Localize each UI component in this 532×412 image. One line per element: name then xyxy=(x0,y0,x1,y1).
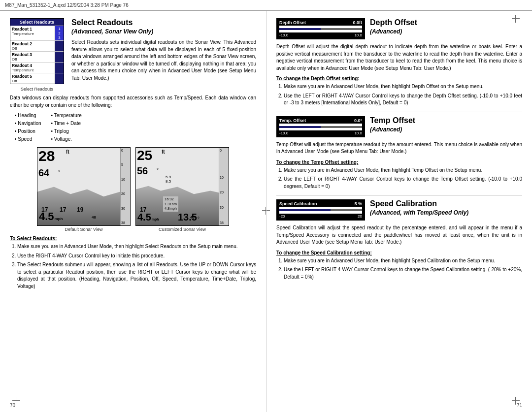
depth-offset-title: Depth Offset xyxy=(370,18,417,27)
step-2: Use the RIGHT 4-WAY Cursor Control key t… xyxy=(17,253,256,260)
default-sonar-label: Default Sonar View xyxy=(65,227,103,232)
bullet-heading: Heading xyxy=(15,112,41,120)
bullet-navigation: Navigation xyxy=(15,120,41,127)
panel-header: Select Readouts xyxy=(10,19,64,26)
select-readouts-panel: Select Readouts Readout 1 Temperature 12… xyxy=(10,18,64,84)
step-1: Make sure you are in Advanced User Mode,… xyxy=(17,243,256,251)
row-indicator-1: 123 xyxy=(55,26,64,40)
temp-offset-body: Temp Offset will adjust the temperature … xyxy=(276,141,522,156)
depth-widget-value: 0.0ft xyxy=(353,20,362,25)
depth-offset-widget: Depth Offset 0.0ft -10.0 10.0 xyxy=(276,18,365,41)
depth-scale-2: 0 10 20 30 38 xyxy=(219,148,229,225)
temp-offset-title: Temp Offset xyxy=(370,116,415,125)
speed-widget-value: 5 % xyxy=(354,201,362,206)
section-divider-2 xyxy=(276,195,522,195)
temp-slider-row[interactable] xyxy=(279,124,362,130)
speed-calibration-subtitle: (Advanced, with Temp/Speed Only) xyxy=(370,209,468,216)
readout-row-2: Readout 2 Off xyxy=(10,40,64,51)
data-windows-intro: Data windows can display readouts from s… xyxy=(10,95,256,109)
default-sonar-container: 28 ft 64 ° 0 5 10 20 30 38 17 17 19 4.5 xyxy=(37,147,131,232)
bullet-col-right: Temperature Time + Date Triplog Voltage. xyxy=(51,112,82,143)
temp-widget-label: Temp. Offset xyxy=(279,118,306,123)
temp-widget-value: 0.0° xyxy=(354,118,362,123)
scale-40-2: 40 xyxy=(190,215,195,220)
row-indicator-4 xyxy=(55,63,64,73)
readout-row-5: Readout 5 Off xyxy=(10,73,64,84)
bullet-position: Position xyxy=(15,127,41,135)
temp-max-label: 10.0 xyxy=(354,131,362,135)
panel-label: Select Readouts xyxy=(10,87,64,92)
deg-unit-2: ° xyxy=(198,216,200,222)
bullet-temperature: Temperature xyxy=(51,112,82,120)
depth-offset-subtitle: (Advanced) xyxy=(370,28,417,35)
speed-min-label: -20 xyxy=(279,214,285,219)
row-indicator-2 xyxy=(55,41,64,51)
temp-step-1: Make sure you are in Advanced User Mode,… xyxy=(284,167,522,174)
depth-min-label: -10.0 xyxy=(279,33,288,37)
temp-reading-1: 64 xyxy=(38,167,49,179)
page-number-left: 70 xyxy=(10,403,15,408)
header-text: M87_Man_531352-1_A.qxd 12/9/2004 3:28 PM… xyxy=(5,2,129,8)
header-bar: M87_Man_531352-1_A.qxd 12/9/2004 3:28 PM… xyxy=(0,0,532,11)
speed-reading-2a: 4.5 xyxy=(137,212,151,223)
depth-reading-2: 25 xyxy=(137,149,152,162)
speed-slider-row[interactable] xyxy=(279,207,362,214)
depth-max-label: 10.0 xyxy=(354,33,362,37)
readout-row-4: Readout 4 Temperature xyxy=(10,62,64,73)
select-readouts-steps: Make sure you are in Advanced User Mode,… xyxy=(10,243,256,290)
sonar-extra-data: 16:321.31nm4.8mph xyxy=(163,196,178,212)
page-number-right: 71 xyxy=(517,403,522,408)
temp-step-2: Use the LEFT or RIGHT 4-WAY Cursor Contr… xyxy=(284,176,522,190)
sonar-coords: 5.98.5 xyxy=(166,175,171,184)
speed-widget-label: Speed Calibration xyxy=(279,201,317,206)
bullet-time-date: Time + Date xyxy=(51,120,82,127)
depth-ft-2: ft xyxy=(162,149,165,155)
depth-ft-1: ft xyxy=(66,149,69,155)
temp-offset-section: Temp. Offset 0.0° -10.0 10.0 Temp Offset xyxy=(276,116,522,190)
bullet-voltage: Voltage. xyxy=(51,135,82,143)
step-3: The Select Readouts submenu will appear,… xyxy=(17,261,256,290)
scale-40-1: 40 xyxy=(92,215,96,220)
speed-calibration-widget: Speed Calibration 5 % -20 20 xyxy=(276,199,365,222)
depth-scale-1: 0 5 10 20 30 38 xyxy=(120,148,130,225)
depth-slider-row[interactable] xyxy=(279,26,362,32)
readout-row-1: Readout 1 Temperature 123 xyxy=(10,26,64,40)
speed-step-1: Make sure you are in Advanced User Mode,… xyxy=(284,257,522,265)
temp-min-label: -10.0 xyxy=(279,131,288,135)
row-indicator-3 xyxy=(55,52,64,62)
speed-unit-1: mph xyxy=(55,217,63,221)
section-title: Select Readouts xyxy=(71,18,256,27)
customized-sonar-view: 25 ft 56 ° 0 10 20 30 38 5.98.5 16:321.3… xyxy=(135,147,229,226)
speed-calibration-section: Speed Calibration 5 % -20 20 Speed Calib… xyxy=(276,199,522,281)
left-page: Select Readouts Readout 1 Temperature 12… xyxy=(0,11,266,412)
temp-unit-2: ° xyxy=(157,167,159,173)
speed-calibration-steps: Make sure you are in Advanced User Mode,… xyxy=(276,257,522,281)
temp-offset-instr-heading: To change the Temp Offset setting: xyxy=(276,159,522,165)
depth-offset-section: Depth Offset 0.0ft -10.0 10.0 Depth Offs… xyxy=(276,18,522,107)
select-readouts-heading: To Select Readouts: xyxy=(10,236,256,241)
section-divider-1 xyxy=(276,112,522,112)
speed-calibration-instr-heading: To change the Speed Calibration setting: xyxy=(276,250,522,255)
bullet-col-left: Heading Navigation Position Speed xyxy=(15,112,41,143)
right-page: Depth Offset 0.0ft -10.0 10.0 Depth Offs… xyxy=(266,11,532,412)
section-intro: Select Readouts sets individual digital … xyxy=(71,39,256,82)
sonar-views: 28 ft 64 ° 0 5 10 20 30 38 17 17 19 4.5 xyxy=(10,147,256,232)
row-indicator-5 xyxy=(55,73,64,84)
speed-reading-1: 4.5 xyxy=(39,210,54,223)
bullet-triplog: Triplog xyxy=(51,127,82,135)
default-sonar-view: 28 ft 64 ° 0 5 10 20 30 38 17 17 19 4.5 xyxy=(37,147,131,226)
speed-max-label: 20 xyxy=(358,214,362,219)
speed-calibration-title: Speed Calibration xyxy=(370,199,468,208)
customized-sonar-label: Customized Sonar View xyxy=(159,227,206,232)
temp-offset-widget: Temp. Offset 0.0° -10.0 10.0 xyxy=(276,116,365,139)
depth-offset-instr-heading: To change the Depth Offset setting: xyxy=(276,76,522,81)
section-subtitle: (Advanced, Sonar View Only) xyxy=(71,28,256,35)
depth-offset-body: Depth Offset will adjust the digital dep… xyxy=(276,43,522,72)
bullet-columns: Heading Navigation Position Speed Temper… xyxy=(15,112,256,143)
speed-unit-2: mph xyxy=(152,218,159,221)
readout-row-3: Readout 3 Off xyxy=(10,51,64,62)
depth-step-2: Use the LEFT or RIGHT 4-WAY Cursor Contr… xyxy=(284,93,522,107)
temp-offset-subtitle: (Advanced) xyxy=(370,126,415,133)
depth-step-1: Make sure you are in Advanced User Mode,… xyxy=(284,83,522,91)
temp-reading-2: 56 xyxy=(137,165,148,177)
